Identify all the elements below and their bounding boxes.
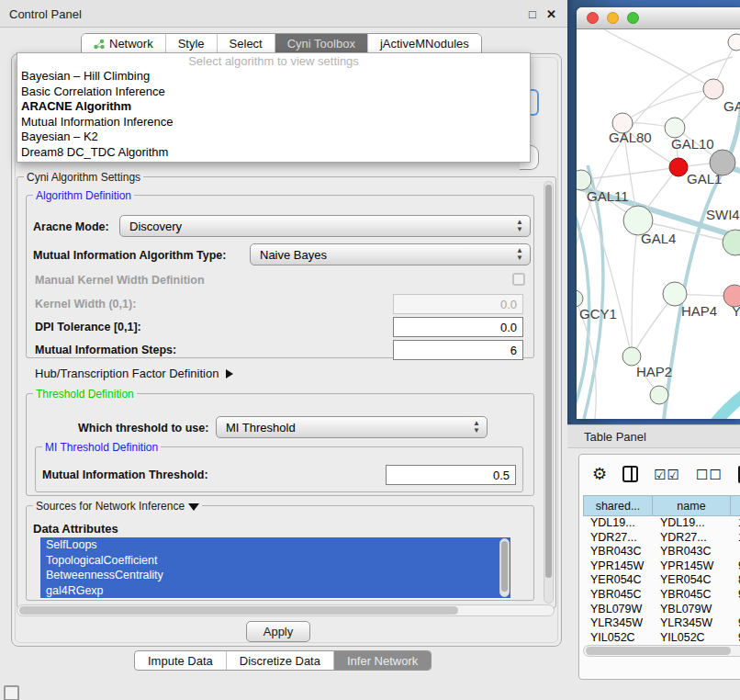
network-node-gal[interactable] <box>703 79 723 99</box>
network-node-label: HAP2 <box>636 364 672 379</box>
table-cell: 9 <box>731 631 740 646</box>
settings-horizontal-scrollbar[interactable] <box>17 604 555 616</box>
apply-button[interactable]: Apply <box>246 621 310 642</box>
columns-icon[interactable] <box>622 466 638 482</box>
table-row[interactable]: YIL052CYIL052C9 <box>583 631 740 646</box>
algorithm-option[interactable]: Bayesian – K2 <box>17 130 530 145</box>
attribute-item[interactable]: gal4RGexp <box>40 583 510 599</box>
algorithm-option[interactable]: Mutual Information Inference <box>17 115 530 130</box>
table-column-header[interactable]: shared... <box>583 495 653 516</box>
table-cell: YDR27... <box>583 531 653 546</box>
network-node-gal1[interactable] <box>669 158 688 176</box>
network-window: GALGAL80GAL10GAL1GAL11GAL4SWI4GCY1HAP4YH… <box>577 7 740 419</box>
table-row[interactable]: YDR27...YDR27...12 <box>583 531 740 546</box>
minimize-light-icon[interactable] <box>607 12 619 24</box>
data-attributes-list[interactable]: SelfLoopsTopologicalCoefficientBetweenne… <box>40 537 510 599</box>
manual-kernel-width-checkbox[interactable] <box>512 273 525 286</box>
cyni-algorithm-settings-title: Cyni Algorithm Settings <box>24 171 143 184</box>
hub-definition-expander[interactable]: Hub/Transcription Factor Definition <box>35 367 233 380</box>
table-column-header[interactable]: name <box>653 495 731 516</box>
float-window-icon[interactable]: □ <box>529 7 536 21</box>
table-row[interactable]: YBR043CYBR043C <box>583 545 740 559</box>
table-cell: YDR27... <box>653 531 731 546</box>
which-threshold-label: Which threshold to use: <box>78 422 208 435</box>
which-threshold-combobox[interactable]: MI Threshold ▲▼ <box>216 416 488 438</box>
network-node-gal10[interactable] <box>665 118 685 138</box>
network-node-label: SWI4 <box>706 207 740 222</box>
mi-algorithm-type-combobox[interactable]: Naive Bayes ▲▼ <box>250 243 531 265</box>
sources-title-text: Sources for Network Inference <box>36 500 185 513</box>
attribute-item[interactable]: TopologicalCoefficient <box>40 553 510 569</box>
algorithm-dropdown-list: Bayesian – Hill ClimbingBasic Correlatio… <box>17 69 530 160</box>
network-node-label: GCY1 <box>579 306 617 322</box>
table-cell: 9. <box>731 588 740 603</box>
mi-threshold-label: Mutual Information Threshold: <box>42 469 208 481</box>
table-cell: YDL19... <box>583 516 653 531</box>
close-panel-icon[interactable]: ✕ <box>546 7 556 21</box>
deselect-all-checkboxes-icon[interactable]: ☐☐ <box>696 468 723 481</box>
bottom-tab-discretize-data[interactable]: Discretize Data <box>226 651 333 670</box>
collapse-arrow-icon <box>188 503 199 511</box>
algorithm-option[interactable]: Dream8 DC_TDC Algorithm <box>17 145 530 161</box>
table-row[interactable]: YDL19...YDL19...13 <box>583 516 740 531</box>
select-all-checkboxes-icon[interactable]: ☑☑ <box>654 468 680 481</box>
table-row[interactable]: YER054CYER054C8. <box>583 573 740 588</box>
mi-threshold-field[interactable]: 0.5 <box>386 465 516 485</box>
table-cell: YLR345W <box>583 616 653 631</box>
mi-algorithm-type-value: Naive Bayes <box>260 248 327 262</box>
tab-label: Cyni Toolbox <box>287 37 355 51</box>
attribute-item[interactable]: SelfLoops <box>40 537 510 553</box>
gear-icon[interactable]: ⚙ <box>592 466 607 482</box>
table-row[interactable]: YBR045CYBR045C9. <box>583 588 740 603</box>
combo-stepper-icon: ▲▼ <box>516 219 523 233</box>
tab-cyni-toolbox[interactable]: Cyni Toolbox <box>275 34 367 53</box>
aracne-mode-combobox[interactable]: Discovery ▲▼ <box>119 215 531 237</box>
table-cell <box>731 545 740 559</box>
bottom-tab-impute-data[interactable]: Impute Data <box>135 651 226 670</box>
dpi-tolerance-field[interactable]: 0.0 <box>393 317 523 337</box>
table-panel-body: ⚙ ☑☑ ☐☐ shared...nameA YDL19...YDL19...1… <box>578 454 740 680</box>
table-cell: YIL052C <box>583 631 653 646</box>
attribute-item[interactable]: BetweennessCentrality <box>40 568 510 583</box>
network-canvas[interactable]: GALGAL80GAL10GAL1GAL11GAL4SWI4GCY1HAP4YH… <box>577 29 740 419</box>
table-cell: 9. <box>731 616 740 631</box>
sources-title[interactable]: Sources for Network Inference <box>33 500 202 513</box>
table-row[interactable]: YLR345WYLR345W9. <box>583 616 740 631</box>
panel-grip-icon[interactable] <box>4 685 19 700</box>
table-cell: YBR043C <box>653 545 731 559</box>
expander-arrow-icon <box>226 369 233 378</box>
table-column-header[interactable]: A <box>731 495 740 516</box>
tab-network[interactable]: Network <box>82 34 165 53</box>
mi-algorithm-type-label: Mutual Information Algorithm Type: <box>33 249 226 262</box>
table-horizontal-scrollbar[interactable] <box>583 645 740 657</box>
network-node-hap2[interactable] <box>622 347 641 366</box>
kernel-width-field[interactable]: 0.0 <box>393 294 523 314</box>
bottom-tab-infer-network[interactable]: Infer Network <box>333 651 431 670</box>
tab-style[interactable]: Style <box>165 34 217 53</box>
network-window-titlebar[interactable] <box>577 7 740 29</box>
hub-definition-label: Hub/Transcription Factor Definition <box>35 367 219 380</box>
zoom-light-icon[interactable] <box>627 12 639 24</box>
tab-jactivemnodules[interactable]: jActiveMNodules <box>367 34 481 53</box>
network-node[interactable] <box>710 150 735 175</box>
data-attributes-label: Data Attributes <box>33 522 118 536</box>
algorithm-option[interactable]: Bayesian – Hill Climbing <box>17 69 530 85</box>
close-light-icon[interactable] <box>587 12 599 24</box>
table-row[interactable]: YBL079WYBL079W <box>583 603 740 617</box>
manual-kernel-width-label: Manual Kernel Width Definition <box>35 274 205 287</box>
table-cell: YER054C <box>583 573 653 588</box>
algorithm-option[interactable]: ARACNE Algorithm <box>17 99 530 115</box>
settings-vertical-scrollbar[interactable] <box>544 181 554 604</box>
tab-select[interactable]: Select <box>217 34 275 53</box>
network-node-label: GAL <box>723 98 740 114</box>
network-node-gcy1[interactable] <box>577 290 583 307</box>
table-row[interactable]: YPR145WYPR145W9. <box>583 559 740 574</box>
table-cell: YPR145W <box>583 559 653 574</box>
table-cell: YPR145W <box>653 559 731 574</box>
kernel-width-label: Kernel Width (0,1): <box>35 298 136 310</box>
algorithm-option[interactable]: Basic Correlation Inference <box>17 85 530 100</box>
network-node[interactable] <box>650 386 668 404</box>
attributes-vertical-scrollbar[interactable] <box>499 538 510 597</box>
mi-steps-field[interactable]: 6 <box>393 340 523 360</box>
network-node[interactable] <box>728 34 740 51</box>
